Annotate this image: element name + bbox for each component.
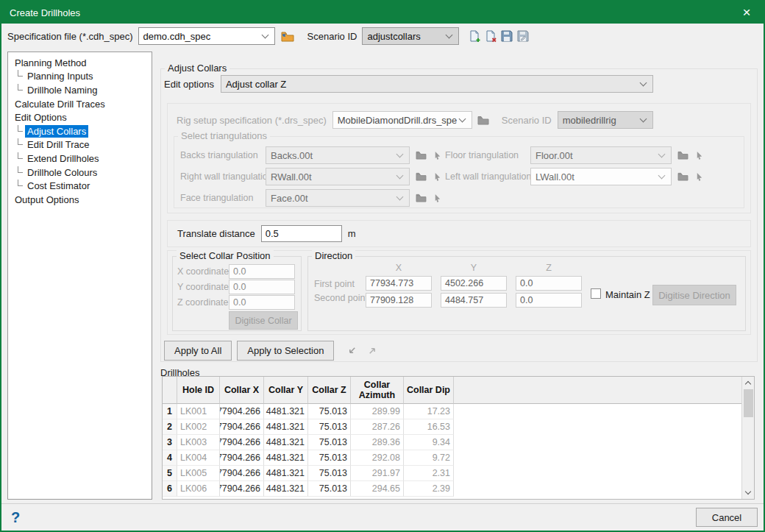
maintain-z-checkbox[interactable] <box>591 288 601 299</box>
cell-collar-z[interactable]: 75.013 <box>308 419 351 435</box>
cell-collar-azimuth[interactable]: 292.08 <box>351 450 404 466</box>
apply-to-all-button[interactable]: Apply to All <box>164 341 232 361</box>
cell-collar-x[interactable]: 77904.266 <box>220 450 264 466</box>
cell-hole-id[interactable]: LK003 <box>177 435 220 450</box>
cell-collar-y[interactable]: 4481.321 <box>264 481 308 497</box>
cell-collar-z[interactable]: 75.013 <box>308 404 351 419</box>
cell-collar-y[interactable]: 4481.321 <box>264 435 308 450</box>
direction-title: Direction <box>312 250 355 261</box>
redo-digitise-icon <box>364 343 380 359</box>
row-number[interactable]: 5 <box>163 466 177 481</box>
sidebar-item-calculate-drill-traces[interactable]: Calculate Drill Traces <box>13 97 152 111</box>
cell-hole-id[interactable]: LK002 <box>177 419 220 435</box>
sidebar-item-edit-options[interactable]: Edit Options <box>13 110 152 124</box>
spec-file-select[interactable]: demo.cdh_spec <box>138 27 275 45</box>
chevron-down-icon <box>658 172 666 180</box>
direction-x-header: X <box>366 263 432 273</box>
cell-collar-y[interactable]: 4481.321 <box>264 419 308 435</box>
cell-collar-z[interactable]: 75.013 <box>308 450 351 466</box>
folder-icon <box>675 147 691 163</box>
help-icon[interactable]: ? <box>11 509 20 526</box>
select-triangulations-group: Select triangulations Backs triangulatio… <box>174 136 744 208</box>
rig-spec-label: Rig setup specification (*.drs_spec) <box>177 115 327 126</box>
sidebar-item-output-options[interactable]: Output Options <box>13 193 152 207</box>
scenario-id-select[interactable]: adjustcollars <box>362 27 459 45</box>
cell-collar-z[interactable]: 75.013 <box>308 435 351 450</box>
scroll-up-icon[interactable] <box>742 377 755 389</box>
second-point-y-input: 4484.757 <box>441 293 507 308</box>
cell-collar-x[interactable]: 77904.266 <box>220 481 264 497</box>
cell-collar-x[interactable]: 77904.266 <box>220 404 264 419</box>
cell-collar-azimuth[interactable]: 289.99 <box>351 404 404 419</box>
maintain-z-label: Maintain Z <box>605 289 650 300</box>
second-point-label: Second point <box>314 293 368 303</box>
cell-collar-y[interactable]: 4481.321 <box>264 450 308 466</box>
scrollbar-thumb[interactable] <box>744 389 753 417</box>
apply-to-selection-button[interactable]: Apply to Selection <box>237 341 334 361</box>
cell-collar-x[interactable]: 77904.266 <box>220 466 264 481</box>
row-number[interactable]: 1 <box>163 404 177 419</box>
cell-collar-z[interactable]: 75.013 <box>308 466 351 481</box>
cell-collar-dip[interactable]: 2.31 <box>404 466 454 481</box>
sidebar-item-drillhole-naming[interactable]: Drillhole Naming <box>13 83 152 97</box>
cell-collar-dip[interactable]: 16.53 <box>404 419 454 435</box>
cell-collar-dip[interactable]: 2.39 <box>404 481 454 497</box>
cell-collar-dip[interactable]: 17.23 <box>404 404 454 419</box>
cell-collar-y[interactable]: 4481.321 <box>264 466 308 481</box>
cell-collar-azimuth[interactable]: 289.36 <box>351 435 404 450</box>
sidebar-item-planning-method[interactable]: Planning Method <box>13 56 152 70</box>
create-drillholes-dialog: Create Drillholes × Specification file (… <box>0 0 765 532</box>
col-header-collar-dip: Collar Dip <box>404 377 454 404</box>
sidebar-item-edit-drill-trace[interactable]: Edit Drill Trace <box>13 138 152 152</box>
sidebar-item-drillhole-colours[interactable]: Drillhole Colours <box>13 166 152 180</box>
sidebar-item-adjust-collars[interactable]: Adjust Collars <box>13 124 152 138</box>
face-triangulation-label: Face triangulation <box>180 193 263 203</box>
save-icon[interactable] <box>499 28 515 44</box>
cell-hole-id[interactable]: LK004 <box>177 450 220 466</box>
cell-hole-id[interactable]: LK001 <box>177 404 220 419</box>
sidebar-item-cost-estimator[interactable]: Cost Estimator <box>13 179 152 193</box>
row-number[interactable]: 2 <box>163 419 177 435</box>
translate-distance-input[interactable] <box>261 225 342 242</box>
cell-collar-z[interactable]: 75.013 <box>308 481 351 497</box>
second-point-z-input: 0.0 <box>516 293 582 308</box>
cell-collar-azimuth[interactable]: 291.97 <box>351 466 404 481</box>
row-number[interactable]: 4 <box>163 450 177 466</box>
z-coordinate-input: 0.0 <box>229 295 295 310</box>
cell-collar-azimuth[interactable]: 294.65 <box>351 481 404 497</box>
pick-cursor-icon <box>691 147 707 163</box>
chevron-down-icon <box>396 172 404 180</box>
save-as-icon[interactable] <box>515 28 531 44</box>
select-collar-position-group: Select Collar Position X coordinate 0.0 … <box>172 256 302 331</box>
chevron-down-icon <box>446 32 453 39</box>
cell-collar-x[interactable]: 77904.266 <box>220 419 264 435</box>
cancel-button[interactable]: Cancel <box>696 508 758 527</box>
sidebar-item-extend-drillholes[interactable]: Extend Drillholes <box>13 152 152 166</box>
close-icon[interactable]: × <box>734 1 759 24</box>
col-header-collar-y: Collar Y <box>264 377 308 404</box>
cell-hole-id[interactable]: LK005 <box>177 466 220 481</box>
new-scenario-icon[interactable] <box>466 28 483 44</box>
scroll-down-icon[interactable] <box>742 486 755 499</box>
folder-icon <box>675 169 691 185</box>
pick-cursor-icon <box>691 169 707 185</box>
folder-icon <box>413 147 429 163</box>
cell-collar-y[interactable]: 4481.321 <box>264 404 308 419</box>
row-number[interactable]: 3 <box>163 435 177 450</box>
cell-collar-azimuth[interactable]: 287.26 <box>351 419 404 435</box>
open-folder-icon[interactable] <box>280 28 296 44</box>
rig-setup-section: Rig setup specification (*.drs_spec) Mob… <box>167 103 751 213</box>
cell-collar-dip[interactable]: 9.72 <box>404 450 454 466</box>
undo-digitise-icon <box>344 343 360 359</box>
delete-scenario-icon[interactable] <box>483 28 499 44</box>
cell-hole-id[interactable]: LK006 <box>177 481 220 497</box>
edit-options-select[interactable]: Adjust collar Z <box>221 75 653 93</box>
edit-options-row: Edit options Adjust collar Z <box>164 75 653 93</box>
row-number[interactable]: 6 <box>163 481 177 497</box>
folder-icon <box>413 190 429 206</box>
sidebar-item-planning-inputs[interactable]: Planning Inputs <box>13 70 152 84</box>
table-vertical-scrollbar[interactable] <box>741 377 754 499</box>
cell-collar-dip[interactable]: 9.34 <box>404 435 454 450</box>
apply-row: Apply to All Apply to Selection <box>164 341 380 361</box>
cell-collar-x[interactable]: 77904.266 <box>220 435 264 450</box>
